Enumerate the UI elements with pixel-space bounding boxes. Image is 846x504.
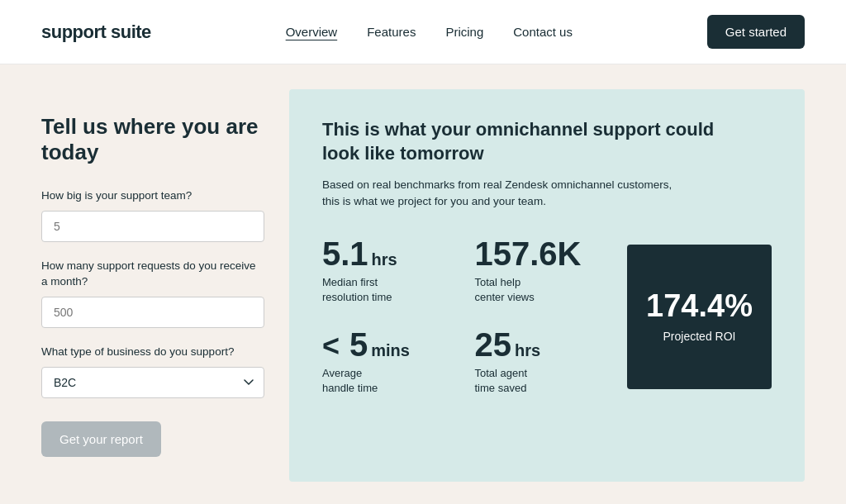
metric-resolution-time: 5.1hrs Median firstresolution time	[322, 237, 475, 305]
requests-group: How many support requests do you receive…	[41, 259, 264, 328]
right-panel-description: Based on real benchmarks from real Zende…	[322, 177, 686, 211]
business-type-label: What type of business do you support?	[41, 345, 264, 360]
metric-resolution-time-label: Median firstresolution time	[322, 275, 475, 305]
metric-agent-time-saved-value: 25hrs	[475, 328, 628, 361]
main-content: Tell us where you are today How big is y…	[0, 64, 846, 504]
team-size-group: How big is your support team?	[41, 188, 264, 242]
left-panel-heading: Tell us where you are today	[41, 114, 264, 165]
right-panel: This is what your omnichannel support co…	[289, 89, 805, 482]
nav-pricing[interactable]: Pricing	[445, 25, 483, 39]
nav-overview[interactable]: Overview	[286, 25, 338, 39]
requests-label: How many support requests do you receive…	[41, 259, 264, 290]
metric-handle-time-label: Averagehandle time	[322, 366, 475, 396]
roi-box: 174.4% Projected ROI	[627, 245, 772, 389]
team-size-input[interactable]	[41, 211, 264, 242]
nav-features[interactable]: Features	[367, 25, 416, 39]
requests-input[interactable]	[41, 297, 264, 328]
logo: support suite	[41, 21, 151, 43]
business-type-group: What type of business do you support? B2…	[41, 345, 264, 398]
metric-help-center-views-value: 157.6K	[475, 237, 628, 270]
metric-agent-time-saved-label: Total agenttime saved	[475, 366, 628, 396]
metric-resolution-time-value: 5.1hrs	[322, 237, 475, 270]
metric-handle-time: < 5mins Averagehandle time	[322, 328, 475, 396]
metric-handle-time-value: < 5mins	[322, 328, 475, 361]
roi-label: Projected ROI	[663, 330, 736, 343]
get-started-button[interactable]: Get started	[707, 15, 805, 49]
header: support suite Overview Features Pricing …	[0, 0, 846, 64]
metric-help-center-views: 157.6K Total helpcenter views	[475, 237, 628, 305]
metric-agent-time-saved: 25hrs Total agenttime saved	[475, 328, 628, 396]
team-size-label: How big is your support team?	[41, 188, 264, 204]
nav-contact[interactable]: Contact us	[513, 25, 573, 39]
business-type-select[interactable]: B2C B2B Both	[41, 367, 264, 398]
left-panel: Tell us where you are today How big is y…	[41, 89, 289, 482]
navigation: Overview Features Pricing Contact us	[286, 25, 573, 39]
metric-help-center-views-label: Total helpcenter views	[475, 275, 628, 305]
roi-percentage: 174.4%	[646, 290, 753, 321]
metrics-grid: 5.1hrs Median firstresolution time 157.6…	[322, 237, 772, 397]
right-panel-heading: This is what your omnichannel support co…	[322, 118, 719, 165]
get-report-button[interactable]: Get your report	[41, 421, 161, 457]
